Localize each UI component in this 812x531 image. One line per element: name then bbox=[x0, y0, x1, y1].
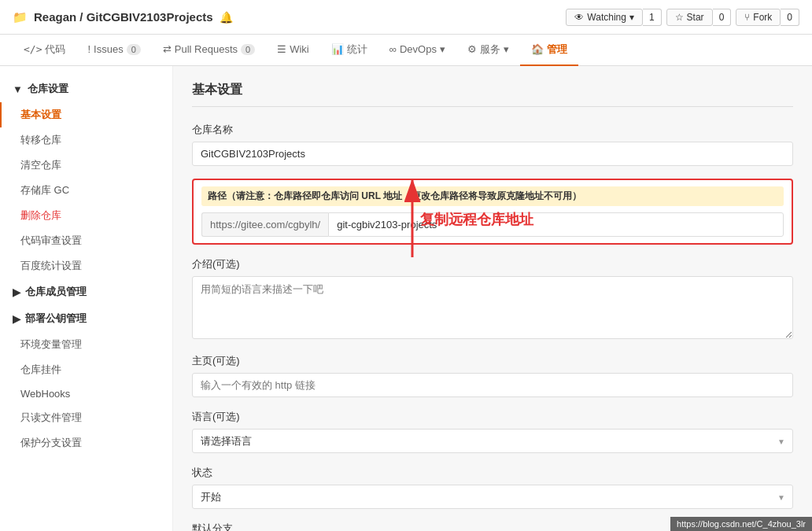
language-select[interactable]: 请选择语言 bbox=[192, 429, 793, 453]
chevron-devops-icon: ▾ bbox=[440, 43, 445, 55]
homepage-group: 主页(可选) bbox=[192, 354, 793, 397]
tab-code-label: 代码 bbox=[45, 42, 65, 57]
tab-service[interactable]: ⚙ 服务 ▾ bbox=[456, 35, 520, 66]
tab-wiki-label: Wiki bbox=[290, 43, 309, 55]
sidebar-repo-widgets-label: 仓库挂件 bbox=[20, 363, 61, 375]
intro-textarea[interactable] bbox=[192, 276, 793, 339]
tab-wiki[interactable]: ☰ Wiki bbox=[266, 35, 320, 66]
language-label: 语言(可选) bbox=[192, 410, 793, 424]
sidebar-item-envvars[interactable]: 环境变量管理 bbox=[0, 332, 172, 357]
arrow-down-icon: ▼ bbox=[13, 83, 23, 95]
tab-code[interactable]: </> 代码 bbox=[13, 35, 76, 66]
tab-devops-label: DevOps bbox=[400, 43, 437, 55]
sidebar-protect-label: 保护分支设置 bbox=[20, 437, 82, 448]
sidebar-delete-label: 删除仓库 bbox=[20, 209, 61, 221]
tab-issues[interactable]: ! Issues 0 bbox=[76, 35, 151, 66]
fork-group: ⑂ Fork 0 bbox=[736, 9, 799, 26]
homepage-label: 主页(可选) bbox=[192, 354, 793, 368]
service-icon: ⚙ bbox=[467, 43, 477, 55]
watermark: https://blog.csdn.net/C_4zhou_3lr bbox=[670, 517, 812, 531]
tab-stats[interactable]: 📊 统计 bbox=[320, 35, 378, 66]
repo-name-label: 仓库名称 bbox=[192, 123, 793, 137]
star-button[interactable]: ☆ Star bbox=[666, 9, 713, 26]
sidebar-item-clear[interactable]: 清空仓库 bbox=[0, 153, 172, 178]
fork-icon: ⑂ bbox=[744, 12, 750, 23]
repo-name: Reagan / GitCGBIV2103Projects bbox=[34, 10, 213, 24]
tab-manage[interactable]: 🏠 管理 bbox=[520, 35, 578, 66]
status-select-wrapper: 开始 bbox=[192, 485, 793, 509]
watching-count[interactable]: 1 bbox=[643, 9, 662, 26]
sidebar-item-readonly[interactable]: 只读文件管理 bbox=[0, 405, 172, 430]
sidebar-baidu-label: 百度统计设置 bbox=[20, 260, 82, 271]
sidebar-basic-label: 基本设置 bbox=[20, 109, 61, 120]
eye-icon: 👁 bbox=[574, 12, 584, 23]
tab-devops[interactable]: ∞ DevOps ▾ bbox=[378, 35, 456, 66]
repo-name-group: 仓库名称 bbox=[192, 123, 793, 166]
notify-icon: 🔔 bbox=[220, 11, 233, 24]
code-icon: </> bbox=[24, 43, 42, 55]
star-count[interactable]: 0 bbox=[713, 9, 732, 26]
issues-badge: 0 bbox=[127, 44, 141, 55]
arrow-right-keys-icon: ▶ bbox=[13, 313, 20, 325]
header-right: 👁 Watching ▾ 1 ☆ Star 0 ⑂ Fork 0 bbox=[566, 9, 799, 26]
sidebar-codereview-label: 代码审查设置 bbox=[20, 234, 82, 246]
star-label: Star bbox=[687, 12, 704, 23]
sidebar-readonly-label: 只读文件管理 bbox=[20, 411, 82, 423]
star-group: ☆ Star 0 bbox=[666, 9, 732, 26]
repo-icon: 📁 bbox=[13, 10, 28, 24]
homepage-input[interactable] bbox=[192, 373, 793, 397]
path-input[interactable] bbox=[328, 212, 784, 237]
sidebar-item-baidu[interactable]: 百度统计设置 bbox=[0, 253, 172, 278]
repo-name-input[interactable] bbox=[192, 142, 793, 166]
status-label: 状态 bbox=[192, 466, 793, 480]
sidebar-section-members[interactable]: ▶ 仓库成员管理 bbox=[0, 278, 172, 305]
header-left: 📁 Reagan / GitCGBIV2103Projects 🔔 bbox=[13, 10, 233, 24]
watching-button[interactable]: 👁 Watching ▾ bbox=[566, 9, 643, 26]
wiki-icon: ☰ bbox=[277, 43, 286, 55]
sidebar-item-codereview[interactable]: 代码审查设置 bbox=[0, 228, 172, 253]
status-group: 状态 开始 bbox=[192, 466, 793, 509]
watching-group: 👁 Watching ▾ 1 bbox=[566, 9, 661, 26]
sidebar-item-migrate[interactable]: 转移仓库 bbox=[0, 127, 172, 153]
arrow-right-members-icon: ▶ bbox=[13, 286, 20, 298]
intro-group: 介绍(可选) bbox=[192, 257, 793, 341]
stats-icon: 📊 bbox=[331, 43, 344, 55]
sidebar-keys-label: 部署公钥管理 bbox=[25, 312, 87, 326]
path-group: 路径（请注意：仓库路径即仓库访问 URL 地址，更改仓库路径将导致原克隆地址不可… bbox=[192, 179, 793, 245]
sidebar-item-gc[interactable]: 存储库 GC bbox=[0, 178, 172, 203]
fork-count[interactable]: 0 bbox=[781, 9, 799, 26]
sidebar-section-repo-settings[interactable]: ▼ 仓库设置 bbox=[0, 76, 172, 102]
sidebar-webhooks-label: WebHooks bbox=[20, 388, 70, 400]
devops-icon: ∞ bbox=[389, 43, 397, 55]
layout: ▼ 仓库设置 基本设置 转移仓库 清空仓库 存储库 GC 删除仓库 代码审查设置… bbox=[0, 66, 812, 531]
sidebar-members-label: 仓库成员管理 bbox=[25, 285, 87, 299]
fork-button[interactable]: ⑂ Fork bbox=[736, 9, 781, 26]
sidebar: ▼ 仓库设置 基本设置 转移仓库 清空仓库 存储库 GC 删除仓库 代码审查设置… bbox=[0, 66, 173, 531]
sidebar-item-webhooks[interactable]: WebHooks bbox=[0, 382, 172, 405]
sidebar-migrate-label: 转移仓库 bbox=[20, 134, 61, 146]
sidebar-item-protect[interactable]: 保护分支设置 bbox=[0, 430, 172, 455]
header: 📁 Reagan / GitCGBIV2103Projects 🔔 👁 Watc… bbox=[0, 0, 812, 35]
star-icon: ☆ bbox=[675, 12, 684, 23]
sidebar-section-deploy-keys[interactable]: ▶ 部署公钥管理 bbox=[0, 305, 172, 332]
status-select[interactable]: 开始 bbox=[192, 485, 793, 509]
language-group: 语言(可选) 请选择语言 bbox=[192, 410, 793, 453]
sidebar-section-title-label: 仓库设置 bbox=[28, 82, 68, 96]
sidebar-gc-label: 存储库 GC bbox=[20, 184, 69, 196]
tab-service-label: 服务 bbox=[480, 42, 500, 57]
sidebar-item-basic[interactable]: 基本设置 bbox=[0, 102, 172, 127]
tab-pr-label: Pull Requests bbox=[175, 43, 238, 55]
tab-stats-label: 统计 bbox=[347, 42, 367, 57]
tab-pullrequests[interactable]: ⇄ Pull Requests 0 bbox=[152, 35, 266, 66]
chevron-down-icon: ▾ bbox=[629, 12, 634, 23]
issues-icon: ! bbox=[87, 43, 90, 55]
pr-badge: 0 bbox=[241, 44, 255, 55]
tab-issues-label: Issues bbox=[94, 43, 124, 55]
sidebar-item-delete[interactable]: 删除仓库 bbox=[0, 203, 172, 228]
sidebar-item-repo-widgets[interactable]: 仓库挂件 bbox=[0, 357, 172, 382]
tab-manage-label: 管理 bbox=[547, 42, 567, 57]
page-title: 基本设置 bbox=[192, 82, 793, 107]
pr-icon: ⇄ bbox=[163, 43, 172, 55]
sidebar-envvars-label: 环境变量管理 bbox=[20, 338, 82, 350]
watching-label: Watching bbox=[587, 12, 626, 23]
